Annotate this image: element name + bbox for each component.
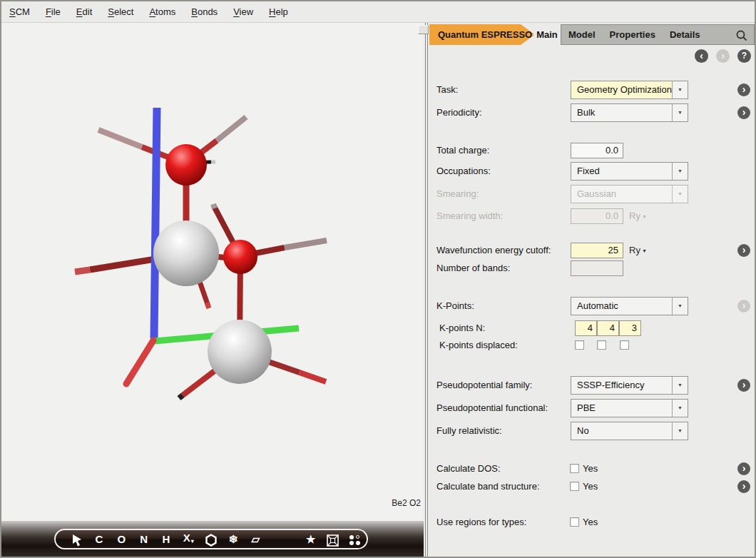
- cutoff-label: Wavefunction energy cutoff:: [436, 243, 551, 258]
- smearing-value: Gaussian: [571, 186, 672, 203]
- kpoints-value: Automatic: [571, 298, 672, 315]
- kpoints-dropdown[interactable]: Automatic ▼: [571, 297, 688, 315]
- molecule-viewer[interactable]: Be2 O2 CONHX▾❄▱★: [1, 23, 424, 557]
- cutoff-input[interactable]: 25: [571, 243, 623, 258]
- plane-tool-button[interactable]: ▱: [245, 530, 267, 548]
- pseudo-functional-dropdown[interactable]: PBE ▼: [571, 399, 688, 417]
- fully-relativistic-dropdown[interactable]: No ▼: [571, 422, 688, 440]
- pseudo-family-value: SSSP-Efficiency: [571, 377, 672, 394]
- atom-o[interactable]: [223, 240, 257, 274]
- periodicity-label: Periodicity:: [436, 103, 482, 122]
- element-h-button[interactable]: H: [155, 530, 177, 548]
- cutoff-unit[interactable]: Ry ▾: [629, 243, 646, 259]
- occupations-label: Occupations:: [436, 162, 491, 181]
- menu-file[interactable]: File: [38, 1, 68, 22]
- kpoints-displaced-label: K-points displaced:: [439, 340, 518, 350]
- history-forward-button[interactable]: ›: [716, 49, 730, 63]
- tab-model[interactable]: Model: [568, 29, 596, 40]
- num-bands-input[interactable]: [571, 260, 623, 276]
- calc-dos-details-arrow[interactable]: ›: [737, 462, 750, 475]
- dropdown-arrow-icon: ▼: [672, 81, 688, 98]
- molecule-display-button[interactable]: [344, 530, 367, 548]
- menu-atoms[interactable]: Atoms: [141, 1, 183, 22]
- kpoints-label: K-Points:: [436, 297, 474, 315]
- cutoff-details-arrow[interactable]: ›: [737, 244, 750, 257]
- total-charge-input[interactable]: 0.0: [571, 143, 623, 158]
- calc-band-label: Calculate band structure:: [436, 482, 540, 492]
- ring-tool-button[interactable]: [200, 530, 222, 548]
- fully-relativistic-value: No: [571, 422, 672, 440]
- calc-band-details-arrow[interactable]: ›: [737, 480, 750, 493]
- tab-details[interactable]: Details: [670, 29, 700, 40]
- tab-main[interactable]: Main: [533, 24, 561, 45]
- dropdown-arrow-icon: ▼: [672, 104, 688, 121]
- smearing-label: Smearing:: [436, 185, 479, 203]
- unit-cell-button[interactable]: [322, 530, 344, 548]
- kpoints-displaced-3-checkbox[interactable]: [620, 340, 629, 350]
- dropdown-arrow-icon: ▼: [672, 400, 688, 417]
- periodicity-details-arrow[interactable]: ›: [737, 106, 750, 119]
- element-x-button[interactable]: X▾: [178, 529, 200, 550]
- kpoints-details-arrow: ›: [737, 300, 750, 313]
- kpoints-displaced-2-checkbox[interactable]: [597, 340, 606, 350]
- element-n-button[interactable]: N: [133, 530, 155, 548]
- occupations-dropdown[interactable]: Fixed ▼: [571, 162, 688, 181]
- kpoints-n2-input[interactable]: 4: [597, 320, 619, 336]
- history-back-button[interactable]: ‹: [695, 49, 708, 63]
- periodicity-dropdown[interactable]: Bulk ▼: [571, 103, 688, 122]
- pseudo-family-dropdown[interactable]: SSSP-Efficiency ▼: [571, 376, 688, 395]
- fully-relativistic-label: Fully relativistic:: [436, 422, 502, 440]
- kpoints-displaced-1-checkbox[interactable]: [575, 340, 584, 350]
- module-tab-label: Quantum ESPRESSO: [438, 29, 532, 40]
- kpoints-n3-input[interactable]: 3: [619, 320, 641, 336]
- menu-bonds[interactable]: Bonds: [183, 1, 225, 22]
- app-window: SCMFileEditSelectAtomsBondsViewHelp Be2 …: [0, 0, 756, 558]
- tab-properties[interactable]: Properties: [610, 29, 655, 40]
- task-dropdown[interactable]: Geometry Optimization ▼: [571, 81, 688, 99]
- use-regions-checkbox[interactable]: [570, 517, 579, 527]
- select-cursor-button[interactable]: [66, 530, 88, 548]
- formula-label: Be2 O2: [392, 498, 421, 508]
- dropdown-arrow-icon: ▼: [672, 186, 688, 203]
- calc-dos-label: Calculate DOS:: [436, 464, 501, 474]
- search-icon[interactable]: [735, 29, 748, 42]
- kpoints-n1-input[interactable]: 4: [575, 320, 597, 336]
- use-regions-yes-label: Yes: [583, 517, 598, 527]
- crystal-tool-button[interactable]: ❄: [222, 530, 244, 548]
- element-toolbar: CONHX▾❄▱★: [54, 529, 368, 549]
- smearing-width-input: 0.0: [571, 208, 623, 224]
- pseudo-functional-label: Pseudopotential functional:: [436, 399, 548, 417]
- menu-view[interactable]: View: [225, 1, 261, 22]
- atom-be[interactable]: [153, 220, 219, 286]
- favorite-structures-button[interactable]: ★: [300, 530, 322, 548]
- smearing-dropdown: Gaussian ▼: [571, 185, 688, 203]
- dropdown-arrow-icon: ▼: [672, 422, 688, 440]
- molecule-3d-scene[interactable]: [1, 23, 424, 521]
- panel-tab-bar: Quantum ESPRESSO Main Model Properties D…: [428, 24, 756, 45]
- use-regions-label: Use regions for types:: [436, 517, 526, 527]
- splitter-sash-handle[interactable]: [418, 25, 429, 34]
- element-c-button[interactable]: C: [88, 530, 110, 548]
- atom-be[interactable]: [208, 320, 272, 384]
- menu-bar: SCMFileEditSelectAtomsBondsViewHelp: [1, 1, 755, 23]
- smearing-width-label: Smearing width:: [436, 208, 503, 224]
- menu-scm[interactable]: SCM: [1, 1, 38, 22]
- element-o-button[interactable]: O: [111, 530, 133, 548]
- calc-dos-checkbox[interactable]: [570, 464, 579, 473]
- calc-band-yes-label: Yes: [583, 482, 598, 492]
- atom-o[interactable]: [165, 144, 207, 186]
- occupations-value: Fixed: [571, 163, 672, 180]
- num-bands-label: Number of bands:: [436, 260, 510, 276]
- menu-edit[interactable]: Edit: [68, 1, 100, 22]
- task-value: Geometry Optimization: [571, 81, 672, 98]
- task-details-arrow[interactable]: ›: [737, 83, 750, 96]
- smearing-width-unit: Ry ▾: [629, 208, 646, 225]
- menu-help[interactable]: Help: [261, 1, 296, 22]
- calc-band-checkbox[interactable]: [570, 482, 579, 491]
- module-tab-quantum-espresso[interactable]: Quantum ESPRESSO: [429, 24, 535, 45]
- pseudo-family-details-arrow[interactable]: ›: [737, 379, 750, 392]
- kpoints-n-label: K-points N:: [439, 320, 485, 336]
- menu-select[interactable]: Select: [100, 1, 141, 22]
- help-button[interactable]: ?: [737, 49, 751, 63]
- total-charge-label: Total charge:: [436, 143, 489, 158]
